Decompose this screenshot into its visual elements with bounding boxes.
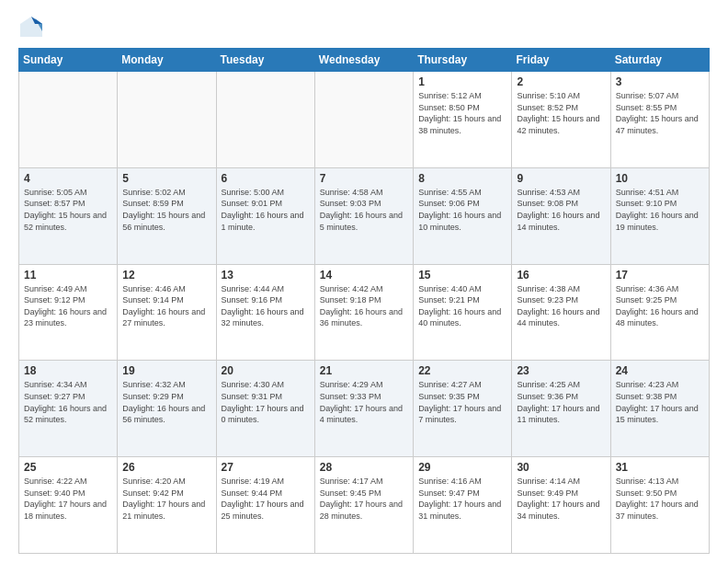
day-number: 14 — [320, 269, 408, 282]
day-info: Sunrise: 4:14 AM Sunset: 9:49 PM Dayligh… — [517, 476, 605, 522]
calendar-cell: 4Sunrise: 5:05 AM Sunset: 8:57 PM Daylig… — [19, 167, 118, 264]
day-number: 26 — [122, 461, 210, 474]
day-info: Sunrise: 4:46 AM Sunset: 9:14 PM Dayligh… — [122, 283, 210, 329]
day-info: Sunrise: 4:13 AM Sunset: 9:50 PM Dayligh… — [616, 476, 704, 522]
day-info: Sunrise: 4:23 AM Sunset: 9:38 PM Dayligh… — [616, 379, 704, 425]
day-info: Sunrise: 5:00 AM Sunset: 9:01 PM Dayligh… — [222, 187, 310, 233]
day-info: Sunrise: 4:36 AM Sunset: 9:25 PM Dayligh… — [616, 283, 704, 329]
calendar-week-1: 1Sunrise: 5:12 AM Sunset: 8:50 PM Daylig… — [19, 72, 710, 168]
day-info: Sunrise: 4:27 AM Sunset: 9:35 PM Dayligh… — [418, 379, 506, 425]
day-info: Sunrise: 4:20 AM Sunset: 9:42 PM Dayligh… — [122, 476, 210, 522]
calendar-cell: 29Sunrise: 4:16 AM Sunset: 9:47 PM Dayli… — [414, 457, 512, 554]
calendar-cell: 17Sunrise: 4:36 AM Sunset: 9:25 PM Dayli… — [610, 264, 709, 361]
calendar-week-4: 18Sunrise: 4:34 AM Sunset: 9:27 PM Dayli… — [19, 361, 710, 457]
svg-marker-0 — [20, 17, 42, 37]
day-info: Sunrise: 4:53 AM Sunset: 9:08 PM Dayligh… — [517, 187, 605, 233]
weekday-saturday: Saturday — [610, 49, 709, 72]
calendar-cell: 5Sunrise: 5:02 AM Sunset: 8:59 PM Daylig… — [118, 167, 216, 264]
day-number: 19 — [122, 364, 210, 377]
logo-icon — [18, 15, 44, 40]
calendar-cell: 16Sunrise: 4:38 AM Sunset: 9:23 PM Dayli… — [512, 264, 610, 361]
calendar-table: SundayMondayTuesdayWednesdayThursdayFrid… — [18, 48, 710, 554]
calendar-cell: 12Sunrise: 4:46 AM Sunset: 9:14 PM Dayli… — [118, 264, 216, 361]
day-info: Sunrise: 4:29 AM Sunset: 9:33 PM Dayligh… — [320, 379, 408, 425]
day-number: 29 — [418, 461, 506, 474]
day-info: Sunrise: 4:58 AM Sunset: 9:03 PM Dayligh… — [320, 187, 408, 233]
day-info: Sunrise: 4:30 AM Sunset: 9:31 PM Dayligh… — [222, 379, 310, 425]
weekday-wednesday: Wednesday — [314, 49, 413, 72]
calendar-cell: 27Sunrise: 4:19 AM Sunset: 9:44 PM Dayli… — [216, 457, 314, 554]
weekday-header-row: SundayMondayTuesdayWednesdayThursdayFrid… — [19, 49, 710, 72]
day-number: 8 — [418, 172, 506, 185]
calendar-cell — [19, 72, 118, 168]
day-info: Sunrise: 4:22 AM Sunset: 9:40 PM Dayligh… — [24, 476, 112, 522]
day-info: Sunrise: 4:44 AM Sunset: 9:16 PM Dayligh… — [222, 283, 310, 329]
day-number: 22 — [418, 364, 506, 377]
day-info: Sunrise: 5:02 AM Sunset: 8:59 PM Dayligh… — [122, 187, 210, 233]
day-number: 4 — [24, 172, 112, 185]
day-number: 12 — [122, 269, 210, 282]
weekday-monday: Monday — [118, 49, 216, 72]
calendar-cell: 24Sunrise: 4:23 AM Sunset: 9:38 PM Dayli… — [610, 361, 709, 457]
day-info: Sunrise: 4:55 AM Sunset: 9:06 PM Dayligh… — [418, 187, 506, 233]
day-number: 9 — [517, 172, 605, 185]
day-info: Sunrise: 4:25 AM Sunset: 9:36 PM Dayligh… — [517, 379, 605, 425]
day-number: 18 — [24, 364, 112, 377]
calendar-cell — [216, 72, 314, 168]
day-number: 30 — [517, 461, 605, 474]
calendar-cell: 28Sunrise: 4:17 AM Sunset: 9:45 PM Dayli… — [314, 457, 413, 554]
day-number: 25 — [24, 461, 112, 474]
day-info: Sunrise: 4:40 AM Sunset: 9:21 PM Dayligh… — [418, 283, 506, 329]
calendar-cell: 20Sunrise: 4:30 AM Sunset: 9:31 PM Dayli… — [216, 361, 314, 457]
day-number: 15 — [418, 269, 506, 282]
day-number: 1 — [418, 75, 506, 88]
day-number: 5 — [122, 172, 210, 185]
weekday-thursday: Thursday — [414, 49, 512, 72]
calendar-week-5: 25Sunrise: 4:22 AM Sunset: 9:40 PM Dayli… — [19, 457, 710, 554]
calendar-cell: 25Sunrise: 4:22 AM Sunset: 9:40 PM Dayli… — [19, 457, 118, 554]
day-info: Sunrise: 4:42 AM Sunset: 9:18 PM Dayligh… — [320, 283, 408, 329]
calendar-cell: 14Sunrise: 4:42 AM Sunset: 9:18 PM Dayli… — [314, 264, 413, 361]
weekday-tuesday: Tuesday — [216, 49, 314, 72]
day-number: 16 — [517, 269, 605, 282]
day-number: 31 — [616, 461, 704, 474]
calendar-cell: 19Sunrise: 4:32 AM Sunset: 9:29 PM Dayli… — [118, 361, 216, 457]
day-number: 7 — [320, 172, 408, 185]
day-info: Sunrise: 5:12 AM Sunset: 8:50 PM Dayligh… — [418, 90, 506, 136]
day-number: 23 — [517, 364, 605, 377]
calendar-cell: 11Sunrise: 4:49 AM Sunset: 9:12 PM Dayli… — [19, 264, 118, 361]
logo — [18, 15, 46, 40]
day-info: Sunrise: 5:05 AM Sunset: 8:57 PM Dayligh… — [24, 187, 112, 233]
calendar-cell: 2Sunrise: 5:10 AM Sunset: 8:52 PM Daylig… — [512, 72, 610, 168]
calendar-cell: 7Sunrise: 4:58 AM Sunset: 9:03 PM Daylig… — [314, 167, 413, 264]
day-info: Sunrise: 4:19 AM Sunset: 9:44 PM Dayligh… — [222, 476, 310, 522]
day-info: Sunrise: 5:10 AM Sunset: 8:52 PM Dayligh… — [517, 90, 605, 136]
day-info: Sunrise: 4:32 AM Sunset: 9:29 PM Dayligh… — [122, 379, 210, 425]
day-number: 20 — [222, 364, 310, 377]
day-info: Sunrise: 4:17 AM Sunset: 9:45 PM Dayligh… — [320, 476, 408, 522]
day-number: 17 — [616, 269, 704, 282]
day-number: 11 — [24, 269, 112, 282]
day-info: Sunrise: 4:16 AM Sunset: 9:47 PM Dayligh… — [418, 476, 506, 522]
day-info: Sunrise: 4:51 AM Sunset: 9:10 PM Dayligh… — [616, 187, 704, 233]
weekday-sunday: Sunday — [19, 49, 118, 72]
day-info: Sunrise: 5:07 AM Sunset: 8:55 PM Dayligh… — [616, 90, 704, 136]
calendar-cell: 15Sunrise: 4:40 AM Sunset: 9:21 PM Dayli… — [414, 264, 512, 361]
calendar-cell — [314, 72, 413, 168]
day-info: Sunrise: 4:38 AM Sunset: 9:23 PM Dayligh… — [517, 283, 605, 329]
day-number: 28 — [320, 461, 408, 474]
calendar-cell: 26Sunrise: 4:20 AM Sunset: 9:42 PM Dayli… — [118, 457, 216, 554]
calendar-cell: 8Sunrise: 4:55 AM Sunset: 9:06 PM Daylig… — [414, 167, 512, 264]
weekday-friday: Friday — [512, 49, 610, 72]
calendar-cell: 30Sunrise: 4:14 AM Sunset: 9:49 PM Dayli… — [512, 457, 610, 554]
day-number: 24 — [616, 364, 704, 377]
calendar-week-2: 4Sunrise: 5:05 AM Sunset: 8:57 PM Daylig… — [19, 167, 710, 264]
calendar-cell: 10Sunrise: 4:51 AM Sunset: 9:10 PM Dayli… — [610, 167, 709, 264]
day-number: 13 — [222, 269, 310, 282]
calendar-cell: 3Sunrise: 5:07 AM Sunset: 8:55 PM Daylig… — [610, 72, 709, 168]
day-info: Sunrise: 4:49 AM Sunset: 9:12 PM Dayligh… — [24, 283, 112, 329]
day-info: Sunrise: 4:34 AM Sunset: 9:27 PM Dayligh… — [24, 379, 112, 425]
calendar-cell: 23Sunrise: 4:25 AM Sunset: 9:36 PM Dayli… — [512, 361, 610, 457]
day-number: 6 — [222, 172, 310, 185]
day-number: 21 — [320, 364, 408, 377]
